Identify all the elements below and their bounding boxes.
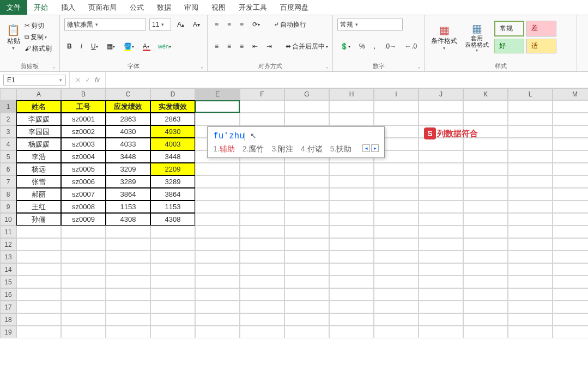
cell[interactable] [240, 163, 284, 175]
cell[interactable]: 4033 [106, 138, 150, 150]
cell[interactable] [508, 288, 553, 301]
cell[interactable] [463, 251, 508, 263]
cell[interactable] [106, 263, 150, 276]
cell[interactable] [508, 100, 553, 113]
cell[interactable] [284, 313, 329, 326]
cell[interactable]: 4003 [150, 138, 195, 150]
cell[interactable] [195, 113, 240, 125]
cell[interactable] [329, 100, 374, 113]
row-header[interactable]: 5 [0, 150, 16, 163]
cell[interactable] [195, 301, 240, 313]
cell[interactable]: 工号 [61, 100, 106, 113]
cell[interactable] [106, 313, 150, 326]
cell[interactable] [419, 301, 463, 313]
cell[interactable] [284, 113, 329, 125]
cell[interactable] [195, 163, 240, 175]
cell[interactable]: sz0002 [61, 125, 106, 138]
cell[interactable] [463, 100, 508, 113]
border-button[interactable]: ▦▾ [104, 41, 118, 52]
cell[interactable] [61, 238, 106, 251]
tab-home[interactable]: 开始 [27, 0, 54, 15]
cell[interactable] [553, 175, 588, 188]
fx-accept-icon[interactable]: ✓ [85, 76, 90, 84]
cell[interactable] [329, 326, 374, 338]
copy-button[interactable]: ⧉复制▾ [25, 33, 52, 42]
cell[interactable] [508, 150, 553, 163]
cell[interactable] [508, 276, 553, 288]
row-header[interactable]: 17 [0, 301, 16, 313]
cell[interactable]: 2209 [150, 163, 195, 175]
cell[interactable]: 李园园 [16, 125, 61, 138]
cell[interactable]: 3864 [150, 188, 195, 200]
cell[interactable]: 1153 [150, 200, 195, 213]
cell[interactable] [329, 301, 374, 313]
cell[interactable] [329, 288, 374, 301]
cell[interactable]: sz0003 [61, 138, 106, 150]
cell[interactable] [463, 313, 508, 326]
active-cell[interactable] [195, 100, 240, 113]
cell[interactable] [284, 263, 329, 276]
cell[interactable] [16, 276, 61, 288]
cell[interactable] [150, 263, 195, 276]
cell[interactable] [329, 163, 374, 175]
cell[interactable]: 姓名 [16, 100, 61, 113]
cell[interactable] [284, 163, 329, 175]
cell[interactable] [508, 263, 553, 276]
paste-button[interactable]: 📋 粘贴 ▼ [4, 17, 22, 57]
cell[interactable] [508, 326, 553, 338]
cell[interactable] [508, 251, 553, 263]
cell[interactable] [508, 226, 553, 238]
cell[interactable] [419, 251, 463, 263]
cell[interactable] [240, 188, 284, 200]
cell[interactable] [419, 226, 463, 238]
cell[interactable] [419, 238, 463, 251]
cell[interactable] [419, 113, 463, 125]
name-box[interactable]: E1▾ [3, 75, 66, 86]
cell[interactable] [419, 150, 463, 163]
row-header[interactable]: 12 [0, 238, 16, 251]
cell[interactable] [16, 313, 61, 326]
cell[interactable] [284, 200, 329, 213]
cell[interactable] [374, 288, 419, 301]
cell[interactable] [240, 226, 284, 238]
cell[interactable] [106, 276, 150, 288]
cell[interactable] [553, 188, 588, 200]
fill-color-button[interactable]: 🪣▾ [121, 41, 137, 52]
cell[interactable] [374, 163, 419, 175]
cell[interactable] [195, 288, 240, 301]
cell[interactable] [284, 288, 329, 301]
currency-button[interactable]: 💲▾ [337, 41, 353, 52]
cell[interactable] [374, 213, 419, 226]
cell[interactable] [284, 301, 329, 313]
cell[interactable] [106, 226, 150, 238]
cell[interactable] [374, 301, 419, 313]
cell[interactable] [419, 163, 463, 175]
col-header[interactable]: D [150, 88, 195, 100]
cell[interactable] [374, 251, 419, 263]
table-format-button[interactable]: ▦套用 表格格式▾ [463, 21, 491, 54]
row-header[interactable]: 2 [0, 113, 16, 125]
cell[interactable] [106, 301, 150, 313]
ime-candidate[interactable]: 2.腐竹 [243, 144, 264, 154]
cell[interactable] [374, 100, 419, 113]
col-header[interactable]: A [16, 88, 61, 100]
cell[interactable] [419, 213, 463, 226]
cell[interactable] [329, 213, 374, 226]
select-all-corner[interactable] [0, 88, 16, 100]
cell[interactable]: 杨媛媛 [16, 138, 61, 150]
cell[interactable]: 3209 [106, 163, 150, 175]
cell[interactable] [463, 263, 508, 276]
cell[interactable]: 杨远 [16, 163, 61, 175]
cell[interactable] [106, 326, 150, 338]
grow-font-button[interactable]: A▴ [174, 19, 187, 30]
row-header[interactable]: 1 [0, 100, 16, 113]
cell[interactable] [419, 175, 463, 188]
cell[interactable]: 张雪 [16, 175, 61, 188]
row-header[interactable]: 18 [0, 313, 16, 326]
col-header[interactable]: H [329, 88, 374, 100]
cell[interactable] [284, 175, 329, 188]
cell[interactable] [463, 163, 508, 175]
number-format-select[interactable]: 常规▾ [337, 19, 403, 31]
cell[interactable] [463, 113, 508, 125]
ime-candidate[interactable]: 1.辅助 [213, 144, 235, 154]
